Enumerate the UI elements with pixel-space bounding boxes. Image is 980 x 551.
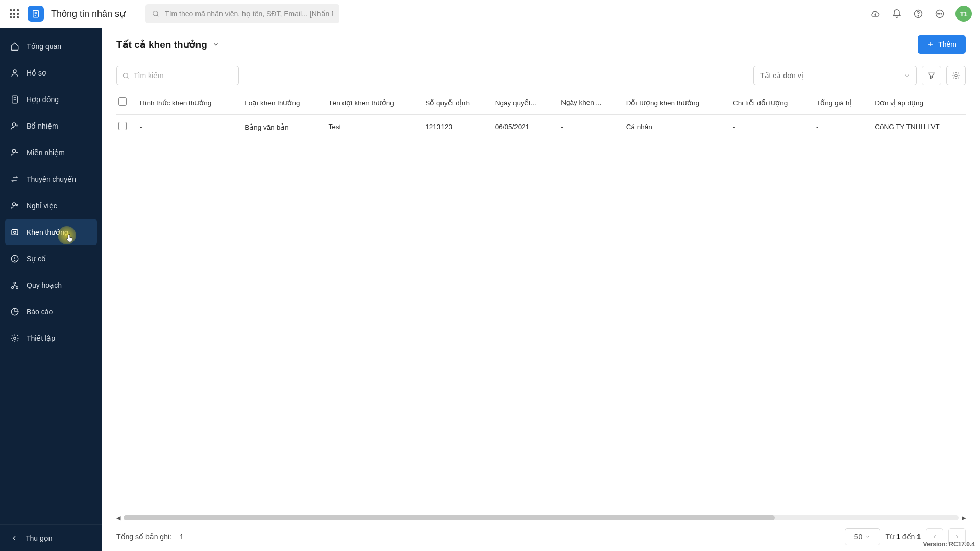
scroll-track[interactable] (124, 515, 959, 520)
page-title-dropdown[interactable]: Tất cả khen thưởng (116, 39, 219, 51)
page-size-select[interactable]: 50 (845, 528, 880, 545)
add-button[interactable]: Thêm (918, 35, 966, 54)
sidebar-item-label: Bổ nhiệm (27, 122, 58, 130)
col-header[interactable]: Ngày quyết... (490, 90, 556, 115)
toolbar: Tất cả đơn vị (102, 61, 980, 90)
sidebar-item-transfer[interactable]: Thuyên chuyển (0, 166, 102, 192)
table-search[interactable] (116, 66, 239, 85)
col-header[interactable]: Tổng giá trị (811, 90, 870, 115)
range-text: Từ 1 đến 1 (886, 533, 921, 541)
collapse-label: Thu gọn (26, 534, 53, 542)
cell: 1213123 (420, 115, 489, 139)
row-checkbox[interactable] (118, 122, 127, 130)
document-icon (10, 95, 19, 104)
svg-point-20 (14, 337, 16, 340)
filter-button[interactable] (922, 66, 941, 85)
sidebar-item-label: Hợp đồng (27, 95, 59, 104)
swap-icon (10, 174, 19, 184)
svg-point-6 (939, 13, 940, 14)
unit-select[interactable]: Tất cả đơn vị (753, 66, 917, 85)
gear-icon (10, 334, 19, 343)
svg-point-14 (14, 231, 16, 234)
help-icon[interactable] (913, 8, 924, 19)
sidebar-item-incident[interactable]: Sự cố (0, 245, 102, 272)
table-row[interactable]: - Bằng văn bản Test 1213123 06/05/2021 -… (116, 115, 966, 139)
sidebar-item-profile[interactable]: Hồ sơ (0, 60, 102, 86)
sidebar-item-label: Nghỉ việc (27, 202, 57, 210)
chevron-down-icon (904, 72, 910, 79)
horizontal-scrollbar[interactable]: ◀ ▶ (116, 513, 966, 522)
col-header[interactable]: Đơn vị áp dụng (870, 90, 966, 115)
main-content: Tất cả khen thưởng Thêm Tất cả đơn vị (102, 28, 980, 551)
table-footer: Tổng số bản ghi: 1 50 Từ 1 đến 1 (102, 522, 980, 551)
svg-point-11 (13, 149, 16, 153)
svg-point-17 (14, 282, 16, 284)
user-minus-icon (10, 148, 19, 157)
app-logo[interactable] (28, 6, 44, 22)
cell: Cá nhân (621, 115, 728, 139)
table-header-row: Hình thức khen thưởng Loại khen thưởng T… (116, 90, 966, 115)
chevron-down-icon (212, 41, 219, 48)
add-button-label: Thêm (938, 40, 957, 48)
search-icon (122, 72, 130, 80)
chevron-down-icon (865, 534, 870, 539)
sidebar-item-label: Thiết lập (27, 334, 55, 342)
svg-rect-13 (12, 230, 18, 235)
cell: - (556, 115, 621, 139)
global-search[interactable] (145, 4, 339, 23)
settings-button[interactable] (946, 66, 966, 85)
feedback-icon[interactable] (934, 8, 945, 19)
user-icon (10, 68, 19, 78)
col-header[interactable]: Hình thức khen thưởng (135, 90, 239, 115)
pie-icon (10, 307, 19, 316)
sidebar: Tổng quan Hồ sơ Hợp đồng Bổ nhiệm Miễn n… (0, 28, 102, 551)
sidebar-item-overview[interactable]: Tổng quan (0, 33, 102, 60)
table-search-input[interactable] (134, 71, 233, 80)
svg-point-16 (14, 260, 15, 261)
sidebar-item-reward[interactable]: Khen thưởng (5, 219, 97, 245)
cloud-icon[interactable] (870, 8, 881, 19)
svg-point-10 (13, 123, 16, 126)
page-title: Tất cả khen thưởng (116, 39, 207, 51)
sidebar-item-label: Miễn nhiệm (27, 148, 65, 157)
scroll-left-icon[interactable]: ◀ (116, 515, 120, 521)
svg-point-18 (12, 287, 14, 289)
svg-point-8 (13, 70, 16, 73)
bell-icon[interactable] (891, 8, 902, 19)
sidebar-item-dismiss[interactable]: Miễn nhiệm (0, 139, 102, 166)
page-size-value: 50 (854, 533, 863, 541)
scroll-right-icon[interactable]: ▶ (962, 515, 966, 521)
sidebar-item-label: Tổng quan (27, 42, 61, 51)
cell: - (135, 115, 239, 139)
select-all-checkbox[interactable] (118, 97, 127, 106)
sidebar-item-report[interactable]: Báo cáo (0, 298, 102, 325)
sidebar-item-setting[interactable]: Thiết lập (0, 325, 102, 352)
sidebar-item-resign[interactable]: Nghỉ việc (0, 192, 102, 219)
col-header[interactable]: Loại khen thưởng (239, 90, 323, 115)
col-header[interactable]: Đối tượng khen thưởng (621, 90, 728, 115)
global-search-input[interactable] (165, 10, 333, 18)
col-header[interactable]: Tên đợt khen thưởng (323, 90, 420, 115)
svg-point-1 (153, 11, 158, 16)
svg-point-7 (941, 13, 942, 14)
sidebar-item-contract[interactable]: Hợp đồng (0, 86, 102, 113)
svg-point-5 (938, 13, 939, 14)
search-icon (152, 10, 160, 18)
col-header[interactable]: Chi tiết đối tượng (728, 90, 811, 115)
sidebar-items: Tổng quan Hồ sơ Hợp đồng Bổ nhiệm Miễn n… (0, 28, 102, 524)
data-table: Hình thức khen thưởng Loại khen thưởng T… (116, 90, 966, 139)
avatar[interactable]: T1 (955, 6, 972, 22)
total-count: 1 (180, 533, 184, 541)
total-label: Tổng số bản ghi: (116, 533, 172, 541)
app-header: Thông tin nhân sự T1 (0, 0, 980, 28)
user-off-icon (10, 201, 19, 210)
sidebar-item-planning[interactable]: Quy hoạch (0, 272, 102, 298)
apps-launcher-icon[interactable] (8, 8, 20, 20)
award-icon (10, 228, 19, 237)
col-header[interactable]: Số quyết định (420, 90, 489, 115)
page-header: Tất cả khen thưởng Thêm (102, 28, 980, 61)
col-header[interactable]: Ngày khen ... (556, 90, 621, 115)
sidebar-collapse[interactable]: Thu gọn (0, 524, 102, 551)
scroll-thumb[interactable] (124, 515, 775, 520)
sidebar-item-appoint[interactable]: Bổ nhiệm (0, 113, 102, 139)
